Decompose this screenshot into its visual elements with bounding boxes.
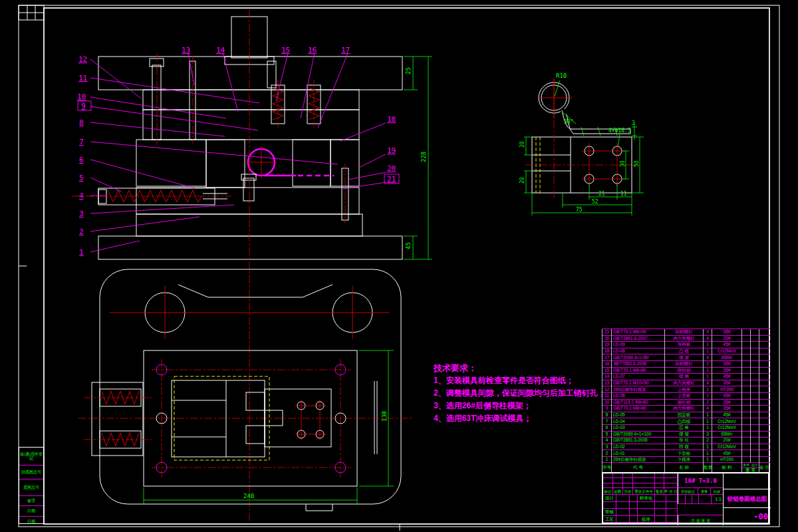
material-spec: 10# T=3.0 (678, 473, 723, 488)
bom-row: 18 LD-08 凸 模 1 Cr12MoV (602, 348, 770, 354)
bom-row: 1 26#后侧导柱模架 下模座 1 HT200 (602, 456, 770, 463)
bom-remark (759, 392, 770, 399)
bom-code: LD-07 (612, 374, 665, 380)
bom-part-name: 下垫板 (665, 450, 704, 457)
bom-part-name: 内六角螺钉 (665, 406, 704, 412)
bom-qty: 4 (704, 406, 712, 412)
bom-row: 11 LD-06 上垫板 1 45# (602, 392, 770, 399)
bom-qty: 4 (704, 380, 712, 386)
bom-qty: 1 (704, 374, 712, 380)
bom-row: 3 LD-02 凹 模 1 Cr12MoV (602, 444, 770, 450)
title-block: 标记 处数 分区 更改文件号 签名 年 月 日 设计 标准化 审核 工艺 批准 … (602, 472, 769, 524)
bom-row: 4 GB/T2861.3-2008 导 柱 2 20# (602, 438, 770, 444)
tech-req-item: 1、安装模具前检查零件是否符合图纸； (434, 374, 620, 387)
bom-material: 45# (712, 392, 742, 399)
callout-7: 7 (79, 138, 84, 146)
bom-part-name: 导 柱 (665, 438, 704, 444)
bom-material: 35# (712, 380, 742, 386)
bom-no: 16 (602, 360, 612, 367)
label-approve: 批准 (638, 516, 655, 523)
bom-no: 5 (602, 431, 612, 438)
tech-req-title: 技术要求： (434, 362, 620, 374)
bom-code: 26#后侧导柱模架 (612, 386, 665, 393)
bom-material: 35# (712, 406, 742, 412)
callout-15: 15 (281, 46, 290, 55)
callout-16: 16 (308, 46, 317, 55)
stage-weight-scale-labels: 阶段标记 重量 比例 (678, 488, 723, 495)
bom-qty: 1 (704, 444, 712, 450)
bom-part-name: 卸料螺钉 (665, 329, 704, 336)
bom-row: 17 GB/T2089 4×1×50 弹 簧 4 65Mn (602, 354, 770, 361)
bom-code: LD-08 (612, 348, 665, 354)
bom-part-name: 下模座 (665, 456, 704, 463)
bom-row: 7 LD-04 凸凹模 1 Cr12MoV (602, 418, 770, 425)
bom-remark (759, 412, 770, 418)
bom-row: 21 GB/T70.1 M6×40 卸料螺钉 4 35# (602, 329, 770, 336)
bom-part-name: 内六角螺钉 (665, 335, 704, 342)
bom-material: Cr12MoV (712, 348, 742, 354)
bom-code: LD-02 (612, 444, 665, 450)
technical-requirements: 技术要求： 1、安装模具前检查零件是否符合图纸； 2、调整模具间隙，保证间隙均匀… (434, 362, 620, 425)
bom-total-weight (751, 329, 759, 336)
bom-unit-weight (742, 406, 751, 412)
bom-unit-weight (742, 418, 751, 425)
callout-17: 17 (341, 46, 350, 55)
bom-row: 13 GB/T70.1 M10×90 内六角螺钉 4 35# (602, 380, 770, 386)
bom-part-name: 卸料螺钉 (665, 360, 704, 367)
bom-qty: 1 (704, 450, 712, 457)
bom-remark (759, 456, 770, 463)
callout-10: 10 (77, 92, 86, 101)
bom-qty: 1 (704, 348, 712, 354)
strip-date: 日期 (19, 506, 43, 517)
bom-total-weight (751, 335, 759, 342)
bom-header-code: 代 号 (612, 463, 665, 473)
bom-no: 10 (602, 399, 612, 406)
bom-no: 15 (602, 367, 612, 374)
bom-qty: 2 (704, 399, 712, 406)
bom-no: 21 (602, 329, 612, 336)
bom-row: 5 GB/T2089 4×1×100 弹 簧 3 65Mn (602, 431, 770, 438)
dim-75: 75 (576, 207, 583, 213)
title-block-top-box (723, 473, 771, 489)
bom-unit-weight (742, 456, 751, 463)
bom-row: 12 26#后侧导柱模架 上模座 1 HT200 (602, 386, 770, 393)
callout-20: 20 (387, 164, 396, 173)
bom-material: Cr12MoV (712, 418, 742, 425)
tech-req-item: 3、选用26#后侧导柱模架； (434, 400, 620, 412)
dim-21: 21 (598, 191, 605, 197)
label-count: 处数 (613, 488, 623, 495)
bom-part-name: 圆柱销 (665, 399, 704, 406)
bom-part-name: 模 柄 (665, 374, 704, 380)
bom-code: GB/T119.2 Φ8×80 (612, 399, 665, 406)
bom-header-unit-weight: 单件 (743, 463, 749, 467)
bom-code: LD-06 (612, 392, 665, 399)
bom-header-row: 序号 代 号 名 称 数量 材 料 单件 总计 重 量 备 注 (602, 463, 770, 473)
dim-thickness: 3 (632, 120, 635, 126)
bom-remark (759, 406, 770, 412)
bom-row: 6 LD-03 芯 棒 1 Cr12MoV (602, 424, 770, 431)
bom-part-name: 防转销 (665, 367, 704, 374)
bom-header-qty: 数量 (704, 463, 712, 473)
bom-header-remark: 备 注 (759, 463, 770, 473)
die-plan-view: 240 130 (78, 269, 414, 511)
bom-code: GB/T2089 4×1×50 (612, 354, 665, 361)
drawing-number: -00 (723, 508, 771, 525)
dim-hole-callout: 4×Φ10.5 (608, 128, 631, 134)
bom-remark (759, 380, 770, 386)
callout-5: 5 (79, 174, 84, 182)
bom-header-no: 序号 (602, 463, 612, 473)
bom-total-weight (751, 456, 759, 463)
bom-material: 35# (712, 360, 742, 367)
callout-4: 4 (79, 192, 84, 200)
callout-19: 19 (387, 146, 396, 155)
bom-part-name: 弹 簧 (665, 354, 704, 361)
bom-total-weight (751, 438, 759, 444)
bom-row: 15 GB/T70.1 M8×60 防转销 1 35# (602, 367, 770, 374)
bom-part-name: 固定板 (665, 412, 704, 418)
bom-code: LD-04 (612, 418, 665, 425)
bom-unit-weight (742, 386, 751, 393)
bom-code: LD-05 (612, 412, 665, 418)
bom-row: 14 LD-07 模 柄 1 45# (602, 374, 770, 380)
bom-row: 19 LD-09 导料板 1 45# (602, 342, 770, 348)
bom-total-weight (751, 386, 759, 393)
